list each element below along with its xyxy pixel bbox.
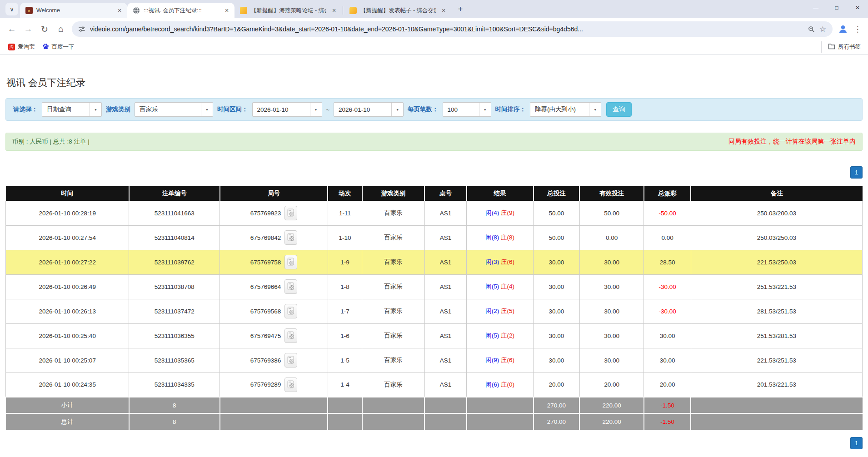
cell-payout: -50.00 (644, 201, 691, 225)
cell-round: 675769758 (220, 250, 328, 274)
minimize-button[interactable]: — (805, 0, 826, 15)
result-banker: 庄(5) (501, 308, 514, 314)
all-bookmarks-button[interactable]: 所有书签 (821, 41, 863, 53)
cell-payout: 30.00 (644, 323, 691, 348)
cell-valid-bet: 20.00 (579, 373, 644, 397)
bet-table-body: 2026-01-10 00:28:19 523111041663 6757699… (6, 201, 863, 397)
url-text: videoie.com/game/betrecord_search/kind3?… (90, 25, 803, 33)
date-range-label: 时间区间： (217, 105, 248, 114)
cell-remark: 250.03/250.03 (691, 225, 862, 250)
page-content: 视讯 会员下注纪录 请选择： 日期查询 ▼ 游戏类别 百家乐 ▼ 时间区间： 2… (0, 55, 868, 449)
sort-select[interactable]: 降幂(由大到小) ▼ (530, 102, 601, 117)
subtotal-total-bet: 270.00 (534, 397, 580, 413)
total-label: 总计 (6, 413, 129, 430)
browser-tab-betrecord[interactable]: :::视讯. 会员下注纪录::: ✕ (127, 3, 234, 18)
browser-tab-welcome[interactable]: ♠ Welcome ✕ (20, 3, 127, 18)
new-tab-button[interactable]: + (454, 3, 467, 15)
date-end-select[interactable]: 2026-01-10 ▼ (334, 102, 404, 117)
bookmarks-bar: 淘 爱淘宝 百度一下 所有书签 (0, 40, 868, 55)
per-page-select[interactable]: 100 ▼ (443, 102, 491, 117)
video-replay-button[interactable] (284, 206, 297, 220)
video-replay-button[interactable] (284, 304, 297, 318)
total-row: 总计 8 270.00 220.00 -1.50 (6, 413, 863, 430)
cell-payout: 0.00 (644, 225, 691, 250)
cell-session: 1-6 (328, 323, 362, 348)
tab-close-icon[interactable]: ✕ (439, 6, 448, 15)
video-replay-button[interactable] (284, 378, 297, 392)
header-session: 场次 (328, 186, 362, 201)
zoom-icon[interactable] (808, 26, 815, 33)
bookmark-star-icon[interactable]: ☆ (819, 25, 826, 34)
game-type-select[interactable]: 百家乐 ▼ (135, 102, 213, 117)
tab-close-icon[interactable]: ✕ (223, 6, 231, 15)
cell-valid-bet: 30.00 (579, 299, 644, 323)
maximize-button[interactable]: □ (826, 0, 847, 15)
profile-avatar[interactable] (835, 21, 851, 37)
cell-session: 1-8 (328, 274, 362, 299)
tab-close-icon[interactable]: ✕ (115, 6, 124, 15)
valid-bet-notice: 同局有效投注，统一计算在该局第一张注单内 (728, 138, 856, 146)
bookmark-aitaobao[interactable]: 淘 爱淘宝 (5, 41, 39, 53)
bet-record-table: 时间 注单编号 局号 场次 游戏类别 桌号 结果 总投注 有效投注 总派彩 备注… (5, 186, 863, 430)
video-replay-button[interactable] (284, 255, 297, 269)
query-type-select[interactable]: 日期查询 ▼ (42, 102, 102, 117)
cell-session: 1-9 (328, 250, 362, 274)
cell-payout: 28.50 (644, 250, 691, 274)
site-info-icon[interactable] (78, 25, 85, 33)
video-replay-button[interactable] (284, 328, 297, 343)
cell-bet-id: 523111037472 (129, 299, 220, 323)
cell-bet-id: 523111041663 (129, 201, 220, 225)
table-row: 2026-01-10 00:24:35 523111034335 6757692… (6, 373, 863, 397)
cell-remark: 201.53/221.53 (691, 373, 862, 397)
table-row: 2026-01-10 00:25:07 523111035365 6757693… (6, 348, 863, 373)
cell-round: 675769386 (220, 348, 328, 373)
cell-result: 闲(4) 庄(9) (467, 201, 534, 225)
cell-remark: 251.53/281.53 (691, 323, 862, 348)
cell-remark: 221.53/250.03 (691, 250, 862, 274)
cell-game-type: 百家乐 (362, 299, 425, 323)
cell-time: 2026-01-10 00:24:35 (6, 373, 129, 397)
browser-menu-icon[interactable]: ⋮ (851, 21, 864, 37)
tab-title: 【新提醒】发表帖子 - 综合交流 (360, 7, 436, 15)
back-button[interactable]: ← (4, 21, 20, 37)
header-remark: 备注 (691, 186, 862, 201)
close-window-button[interactable]: ✕ (847, 0, 868, 15)
header-game-type: 游戏类别 (362, 186, 425, 201)
video-replay-button[interactable] (284, 230, 297, 245)
browser-tab-forum-1[interactable]: 【新提醒】海燕策略论坛 - 综合 ✕ (234, 3, 342, 18)
table-row: 2026-01-10 00:26:13 523111037472 6757695… (6, 299, 863, 323)
tab-close-icon[interactable]: ✕ (330, 6, 338, 15)
cell-bet-id: 523111039762 (129, 250, 220, 274)
table-header-row: 时间 注单编号 局号 场次 游戏类别 桌号 结果 总投注 有效投注 总派彩 备注 (6, 186, 863, 201)
total-payout: -1.50 (644, 413, 691, 430)
reload-button[interactable]: ↻ (36, 21, 53, 37)
page-1-button[interactable]: 1 (850, 437, 863, 449)
search-button[interactable]: 查询 (606, 102, 632, 117)
browser-tab-forum-2[interactable]: 【新提醒】发表帖子 - 综合交流 ✕ (344, 3, 451, 18)
cell-game-type: 百家乐 (362, 323, 425, 348)
bookmark-baidu[interactable]: 百度一下 (39, 41, 78, 53)
bookmark-label: 爱淘宝 (18, 43, 35, 51)
result-player: 闲(9) (485, 357, 499, 363)
per-page-label: 每页笔数： (408, 105, 439, 114)
cell-total-bet: 20.00 (534, 373, 580, 397)
page-1-button[interactable]: 1 (850, 166, 863, 179)
round-id: 675769842 (250, 234, 281, 241)
result-banker: 庄(9) (501, 209, 514, 216)
video-replay-button[interactable] (284, 279, 297, 294)
subtotal-valid-bet: 220.00 (579, 397, 644, 413)
date-start-select[interactable]: 2026-01-10 ▼ (252, 102, 322, 117)
result-player: 闲(2) (485, 308, 499, 314)
chevron-down-icon: ▼ (90, 103, 101, 116)
home-button[interactable]: ⌂ (53, 21, 69, 37)
url-bar[interactable]: videoie.com/game/betrecord_search/kind3?… (72, 21, 833, 37)
browser-tab-strip: ∨ ♠ Welcome ✕ :::视讯. 会员下注纪录::: ✕ 【新提醒】海燕… (0, 0, 868, 18)
tab-search-button[interactable]: ∨ (5, 3, 18, 15)
round-id: 675769475 (250, 333, 281, 339)
cell-time: 2026-01-10 00:26:13 (6, 299, 129, 323)
cell-time: 2026-01-10 00:27:22 (6, 250, 129, 274)
cell-remark: 250.03/200.03 (691, 201, 862, 225)
cell-valid-bet: 0.00 (579, 225, 644, 250)
video-replay-button[interactable] (284, 353, 297, 368)
forward-button[interactable]: → (20, 21, 36, 37)
